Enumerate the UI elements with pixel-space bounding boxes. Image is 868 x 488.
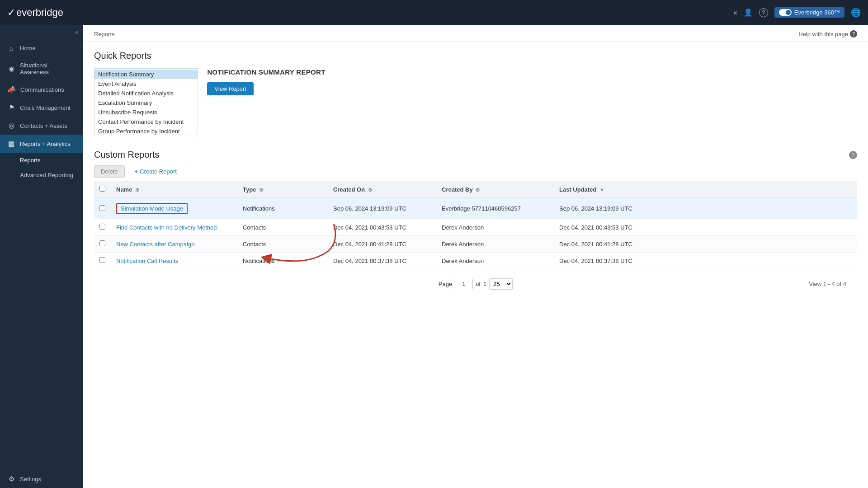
page-label: Page — [439, 281, 452, 287]
everbridge360-label: Everbridge 360™ — [794, 9, 840, 16]
th-created-on[interactable]: Created On ⊕ — [328, 181, 436, 198]
sidebar-item-settings-label: Settings — [20, 476, 41, 483]
report-item-unsubscribe-requests[interactable]: Unsubscribe Requests — [94, 108, 198, 117]
sidebar-collapse-btn[interactable]: « — [0, 25, 83, 39]
report-item-contact-performance[interactable]: Contact Performance by Incident — [94, 117, 198, 127]
view-report-button[interactable]: View Report — [207, 82, 254, 95]
pagination: Page of 1 10 25 50 100 View 1 - 4 of 4 — [94, 269, 857, 293]
contacts-assets-icon: ◎ — [7, 122, 15, 130]
th-type-label: Type — [243, 186, 256, 193]
topbar: ✓ everbridge « 👤 ? Everbridge 360™ 🌐 — [0, 0, 868, 25]
row-3-created-on: Dec 04, 2021 00:37:38 UTC — [328, 253, 436, 269]
row-3-created-by: Derek Anderson — [436, 253, 554, 269]
sidebar-sub-item-reports[interactable]: Reports — [0, 153, 83, 168]
main-content: Reports Help with this page ? Quick Repo… — [83, 25, 868, 488]
sidebar-item-reports-analytics-label: Reports + Analytics — [20, 141, 71, 147]
row-2-last-updated: Dec 04, 2021 00:41:28 UTC — [554, 236, 857, 253]
sidebar-item-home-label: Home — [20, 45, 36, 52]
sidebar-item-contacts-assets[interactable]: ◎ Contacts + Assets — [0, 117, 83, 135]
logo: ✓ everbridge — [7, 7, 64, 19]
sidebar-sub-item-advanced-reporting[interactable]: Advanced Reporting — [0, 168, 83, 183]
toolbar: Delete + Create Report — [94, 165, 857, 178]
row-2-name-link[interactable]: New Contacts after Campaign — [116, 241, 194, 248]
row-1-name-link[interactable]: Find Contacts with no Delivery Method — [116, 224, 217, 231]
page-number-input[interactable] — [455, 279, 473, 289]
row-1-last-updated: Dec 04, 2021 00:43:53 UTC — [554, 219, 857, 236]
th-created-by[interactable]: Created By ⊕ — [436, 181, 554, 198]
th-created-by-label: Created By — [442, 186, 473, 193]
row-2-created-by: Derek Anderson — [436, 236, 554, 253]
report-detail: NOTIFICATION SUMMARY REPORT View Report — [207, 68, 325, 95]
logo-check: ✓ — [7, 7, 15, 19]
table-row: Find Contacts with no Delivery MethodCon… — [94, 219, 857, 236]
sidebar-item-situational-awareness-label: Situational Awareness — [20, 62, 76, 75]
sidebar-item-situational-awareness[interactable]: ◉ Situational Awareness — [0, 57, 83, 80]
row-checkbox-3 — [94, 253, 111, 269]
th-name[interactable]: Name ⊕ — [111, 181, 237, 198]
row-3-checkbox[interactable] — [99, 257, 105, 263]
row-2-checkbox[interactable] — [99, 240, 105, 246]
create-icon: + — [135, 168, 138, 175]
sidebar-item-home[interactable]: ⌂ Home — [0, 39, 83, 57]
sidebar-item-reports-analytics[interactable]: ▦ Reports + Analytics — [0, 135, 83, 153]
of-label: of — [476, 281, 481, 287]
custom-reports-help-icon[interactable]: ? — [849, 151, 857, 159]
sidebar-sub-advanced-reporting-label: Advanced Reporting — [20, 172, 73, 178]
table-header-row: Name ⊕ Type ⊕ Created On ⊕ Created By — [94, 181, 857, 198]
th-checkbox — [94, 181, 111, 198]
sidebar-item-crisis-management-label: Crisis Management — [20, 104, 71, 111]
table-row: Simulation Mode UsageNotificationsSep 06… — [94, 198, 857, 219]
custom-reports-title: Custom Reports — [94, 150, 160, 160]
globe-icon[interactable]: 🌐 — [851, 8, 861, 18]
sidebar-item-contacts-assets-label: Contacts + Assets — [20, 122, 67, 129]
help-link-text: Help with this page — [798, 31, 848, 38]
sidebar-item-settings[interactable]: ⚙ Settings — [0, 470, 83, 488]
th-type[interactable]: Type ⊕ — [237, 181, 328, 198]
report-item-group-performance[interactable]: Group Performance by Incident — [94, 127, 198, 135]
total-pages: 1 — [483, 281, 486, 287]
th-last-updated-label: Last Updated — [559, 186, 596, 193]
row-checkbox-1 — [94, 219, 111, 236]
report-item-detailed-notification[interactable]: Detailed Notification Analysis — [94, 89, 198, 98]
row-0-name-link[interactable]: Simulation Mode Usage — [116, 203, 188, 214]
report-item-event-analysis[interactable]: Event Analysis — [94, 79, 198, 89]
home-icon: ⌂ — [7, 44, 15, 52]
row-0-created-on: Sep 06, 2024 13:19:09 UTC — [328, 198, 436, 219]
help-icon[interactable]: ? — [759, 8, 768, 17]
quick-reports-list[interactable]: Notification Summary Event Analysis Deta… — [94, 69, 198, 135]
per-page-select[interactable]: 10 25 50 100 — [489, 278, 513, 290]
toggle-switch[interactable] — [779, 9, 792, 16]
settings-icon: ⚙ — [7, 475, 15, 483]
view-count: View 1 - 4 of 4 — [809, 281, 846, 287]
report-item-notification-summary[interactable]: Notification Summary — [94, 70, 198, 79]
sidebar-item-crisis-management[interactable]: ⚑ Crisis Management — [0, 99, 83, 117]
crisis-management-icon: ⚑ — [7, 103, 15, 112]
user-icon[interactable]: 👤 — [744, 8, 753, 17]
th-last-updated[interactable]: Last Updated ▼ — [554, 181, 857, 198]
row-0-checkbox[interactable] — [99, 205, 105, 211]
row-2-name: New Contacts after Campaign — [111, 236, 237, 253]
everbridge360-toggle[interactable]: Everbridge 360™ — [774, 7, 844, 18]
quick-reports-title: Quick Reports — [94, 51, 857, 61]
row-1-created-on: Dec 04, 2021 00:43:53 UTC — [328, 219, 436, 236]
delete-button[interactable]: Delete — [94, 165, 125, 178]
back-icon[interactable]: « — [733, 9, 737, 17]
report-item-escalation-summary[interactable]: Escalation Summary — [94, 98, 198, 108]
help-link[interactable]: Help with this page ? — [798, 30, 857, 38]
name-sort-icon: ⊕ — [135, 187, 139, 192]
row-1-name: Find Contacts with no Delivery Method — [111, 219, 237, 236]
row-1-type: Contacts — [237, 219, 328, 236]
selected-report-title: NOTIFICATION SUMMARY REPORT — [207, 68, 325, 76]
select-all-checkbox[interactable] — [99, 186, 105, 192]
row-3-last-updated: Dec 04, 2021 00:37:38 UTC — [554, 253, 857, 269]
th-name-label: Name — [116, 186, 132, 193]
row-3-name-link[interactable]: Notification Call Results — [116, 258, 178, 264]
row-1-checkbox[interactable] — [99, 224, 105, 230]
row-3-name: Notification Call Results — [111, 253, 237, 269]
breadcrumb: Reports — [94, 31, 115, 38]
sidebar-item-communications[interactable]: 📣 Communications — [0, 80, 83, 99]
reports-analytics-icon: ▦ — [7, 140, 15, 148]
row-checkbox-2 — [94, 236, 111, 253]
sidebar: « ⌂ Home ◉ Situational Awareness 📣 Commu… — [0, 25, 83, 488]
create-report-button[interactable]: + Create Report — [130, 166, 181, 177]
